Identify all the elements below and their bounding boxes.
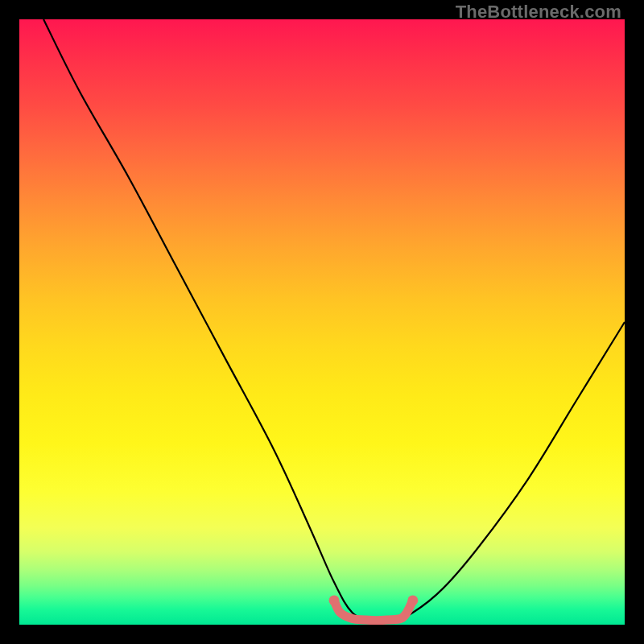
svg-point-0 [329,595,340,605]
attribution-label: TheBottleneck.com [456,2,621,23]
chart-frame: TheBottleneck.com [0,0,644,644]
bottleneck-curve-path [43,19,625,619]
bottleneck-chart [19,19,625,625]
svg-point-1 [407,595,418,605]
